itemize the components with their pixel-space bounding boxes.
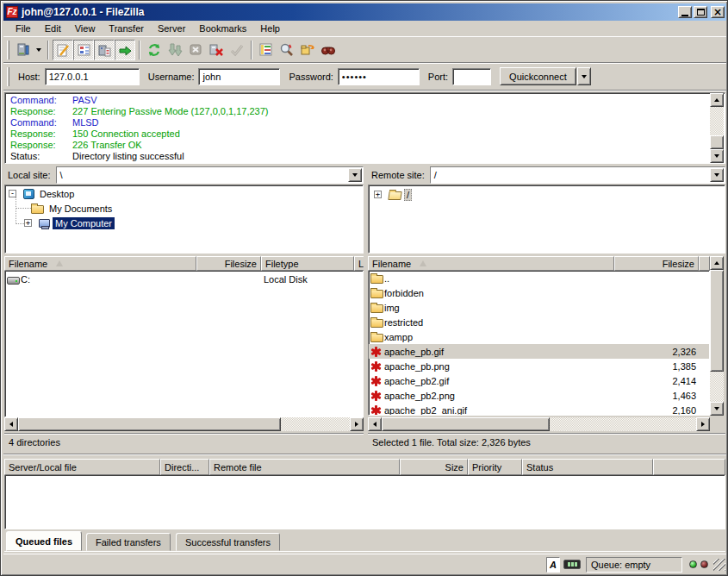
transfer-type-indicator[interactable]: A [546, 557, 560, 573]
queue-list[interactable] [4, 475, 725, 529]
remote-file-row[interactable]: forbidden [369, 285, 709, 300]
local-hscrollbar[interactable] [4, 417, 364, 432]
remote-file-row[interactable]: .. [369, 271, 709, 285]
scroll-track[interactable] [710, 372, 724, 402]
scroll-down-button[interactable] [710, 402, 724, 416]
tree-item-root[interactable]: + / [374, 187, 412, 202]
toggle-log-button[interactable] [53, 40, 73, 60]
synchronized-browsing-button[interactable] [297, 40, 318, 60]
remote-file-row[interactable]: apache_pb2.png 1,463 [369, 388, 709, 403]
password-input[interactable] [338, 68, 420, 85]
reconnect-button[interactable] [227, 40, 247, 60]
menu-help[interactable]: Help [253, 22, 287, 36]
find-files-button[interactable] [318, 40, 339, 60]
title-bar[interactable]: Fz john@127.0.0.1 - FileZilla × [3, 3, 726, 21]
username-input[interactable] [198, 68, 280, 85]
tab-failed-transfers[interactable]: Failed transfers [86, 533, 171, 551]
site-manager-dropdown[interactable] [34, 41, 44, 59]
column-header-direction[interactable]: Directi... [160, 459, 209, 475]
column-header-server-local-file[interactable]: Server/Local file [4, 459, 160, 475]
remote-hscrollbar[interactable] [368, 417, 710, 432]
column-header-priority[interactable]: Priority [468, 459, 522, 475]
splitter[interactable] [3, 454, 726, 455]
refresh-button[interactable] [144, 40, 165, 60]
column-header-lastmodified[interactable]: L [354, 256, 364, 271]
tree-label[interactable]: My Documents [47, 203, 115, 215]
remote-site-combo[interactable]: / [430, 166, 725, 184]
column-header-status[interactable]: Status [522, 459, 653, 475]
column-header-size[interactable]: Size [400, 459, 468, 475]
tree-item-my-computer[interactable]: + My Computer [24, 216, 115, 230]
menu-transfer[interactable]: Transfer [102, 22, 151, 36]
scroll-up-button[interactable] [710, 256, 724, 270]
remote-file-row[interactable]: apache_pb2.gif 2,414 [369, 373, 709, 388]
menu-view[interactable]: View [68, 22, 103, 36]
toggle-local-tree-button[interactable] [73, 40, 94, 60]
process-queue-button[interactable] [165, 40, 185, 60]
tree-item-my-documents[interactable]: My Documents [31, 201, 115, 216]
scroll-left-button[interactable] [4, 417, 18, 431]
scroll-track[interactable] [550, 417, 696, 431]
remote-file-row[interactable]: img [369, 300, 709, 315]
menu-file[interactable]: File [9, 22, 38, 36]
menu-server[interactable]: Server [151, 22, 192, 36]
column-header-filename[interactable]: Filename [368, 256, 614, 271]
remote-file-row-selected[interactable]: apache_pb.gif 2,326 [369, 344, 709, 359]
remote-site-dropdown[interactable] [710, 168, 724, 182]
tab-successful-transfers[interactable]: Successful transfers [176, 533, 280, 551]
cancel-button[interactable] [185, 40, 206, 60]
port-input[interactable] [452, 68, 491, 85]
column-header-filesize[interactable]: Filesize [614, 256, 699, 271]
menu-bookmarks[interactable]: Bookmarks [192, 22, 253, 36]
scroll-down-button[interactable] [710, 149, 724, 163]
filter-button[interactable] [256, 40, 277, 60]
menu-edit[interactable]: Edit [38, 22, 68, 36]
local-tree[interactable]: - Desktop My Documents + My Computer [4, 185, 364, 254]
disconnect-button[interactable] [206, 40, 227, 60]
scroll-thumb[interactable] [382, 417, 550, 431]
remote-file-row[interactable]: xampp [369, 329, 709, 344]
remote-file-row[interactable]: restricted [369, 315, 709, 329]
remote-tree[interactable]: + / [368, 185, 725, 254]
remote-file-row[interactable]: apache_pb.png 1,385 [369, 359, 709, 373]
column-header-filename[interactable]: Filename [4, 256, 196, 271]
message-log[interactable]: Command:PASV Response:227 Entering Passi… [4, 92, 725, 164]
expand-icon[interactable]: + [374, 191, 382, 198]
column-header-filesize[interactable]: Filesize [196, 256, 261, 271]
scroll-right-button[interactable] [696, 417, 710, 431]
scroll-left-button[interactable] [368, 417, 382, 431]
quickconnect-button[interactable]: Quickconnect [500, 67, 576, 85]
scroll-thumb[interactable] [18, 417, 281, 431]
resize-grip[interactable] [713, 559, 725, 571]
scroll-track[interactable] [281, 417, 350, 431]
tree-item-desktop[interactable]: - Desktop [9, 186, 77, 201]
remote-file-list[interactable]: .. forbidden img restricted xampp apache… [368, 271, 710, 416]
tree-label-selected[interactable]: / [404, 189, 412, 201]
collapse-icon[interactable]: - [9, 190, 16, 197]
site-manager-button[interactable] [13, 40, 34, 60]
local-file-row[interactable]: C: Local Disk [5, 272, 363, 286]
maximize-button[interactable] [694, 6, 707, 18]
local-site-dropdown[interactable] [348, 168, 362, 182]
scroll-up-button[interactable] [710, 93, 724, 107]
host-input[interactable] [45, 68, 140, 85]
tree-label[interactable]: Desktop [37, 188, 77, 200]
column-header-remote-file[interactable]: Remote file [209, 459, 400, 475]
quickconnect-dropdown[interactable] [577, 67, 591, 85]
expand-icon[interactable]: + [24, 219, 32, 227]
remote-vscrollbar[interactable] [710, 256, 725, 416]
minimize-button[interactable] [678, 6, 692, 18]
close-button[interactable]: × [711, 6, 725, 18]
column-header-filetype[interactable]: Filetype [261, 256, 354, 271]
speed-limit-indicator-icon[interactable] [563, 560, 581, 569]
scroll-track[interactable] [710, 107, 724, 135]
toggle-queue-button[interactable] [115, 40, 135, 60]
scroll-thumb[interactable] [710, 135, 724, 149]
log-scrollbar[interactable] [710, 93, 725, 163]
remote-file-row[interactable]: apache_pb2_ani.gif 2,160 [369, 403, 709, 416]
tab-queued-files[interactable]: Queued files [6, 531, 82, 551]
tree-label-selected[interactable]: My Computer [53, 217, 115, 229]
scroll-thumb[interactable] [710, 270, 724, 372]
local-site-combo[interactable]: \ [56, 166, 364, 184]
toggle-remote-tree-button[interactable] [94, 40, 115, 60]
